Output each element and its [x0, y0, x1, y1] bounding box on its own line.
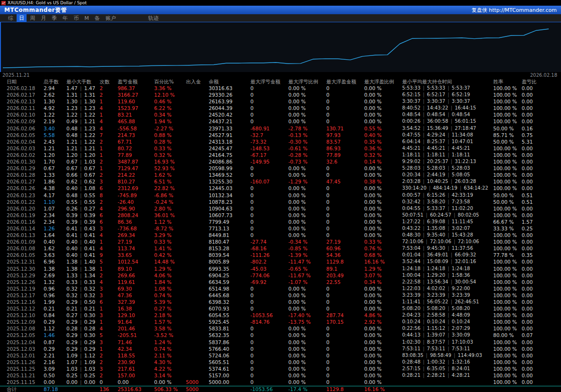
table-row[interactable]: 2026.02.055.580.48 | 1.227214.730.88 %24…	[0, 132, 561, 138]
col-percent: 0.74 %	[154, 346, 186, 352]
col-date: 2026.02.09	[7, 118, 44, 125]
table-row[interactable]: 2026.01.141.260.41 | 0.433-736.68-8.72 %…	[0, 225, 561, 232]
col-win-rate: 100.00 %	[493, 258, 522, 265]
table-row[interactable]: 2026.01.090.400.40 | 0.40127.190.33 %818…	[0, 238, 561, 245]
col-date: 2025.11.26	[7, 359, 44, 365]
column-header-15[interactable]: 盈亏比	[522, 78, 561, 85]
table-row[interactable]: 2026.02.172.621.31 | 1.3123166.2712.10 %…	[0, 91, 561, 98]
menu-item-5[interactable]: 季	[49, 14, 59, 22]
table-row[interactable]: 2026.01.234.170.48 | 0.558-745.89-6.86 %…	[0, 192, 561, 199]
table-row[interactable]: 2026.02.131.301.30 | 1.301119.600.46 %26…	[0, 98, 561, 105]
table-row[interactable]: 2026.01.221.100.55 | 0.552-26.40-0.24 %1…	[0, 199, 561, 205]
menu-item-8[interactable]: M	[82, 15, 92, 22]
col-trade-count: 1	[100, 152, 118, 158]
col-balance: 6514.98	[209, 285, 250, 292]
table-row[interactable]: 2025.12.090.290.29 | 0.29191.641.57 %592…	[0, 319, 561, 325]
vendor-link[interactable]: 复盘侠 http://MTCommander.com	[471, 7, 557, 14]
table-row[interactable]: 2025.12.261.320.33 | 0.334119.611.84 %66…	[0, 279, 561, 285]
column-header-2[interactable]: 总手数	[44, 78, 66, 85]
equity-chart[interactable]	[0, 22, 561, 72]
table-row[interactable]: 2026.01.162.340.39 | 0.39686.361.12 %779…	[0, 219, 561, 225]
column-header-6[interactable]: 百分比%	[154, 78, 186, 85]
table-row[interactable]: 2025.11.210.500.25 | 0.252157.003.14 %51…	[0, 372, 561, 379]
table-row[interactable]: 2025.12.081.120.28 | 0.284201.463.58 %58…	[0, 325, 561, 332]
table-row[interactable]: 2025.12.316.961.38 | 1.4051012.5414.48 %…	[0, 258, 561, 265]
menu-item-3[interactable]: 周	[28, 14, 37, 22]
col-balance: 20598.99	[209, 165, 250, 172]
table-row[interactable]: 2026.02.182.941.47 | 1.472986.373.36 %30…	[0, 85, 561, 91]
col-pl-ratio: 0.00	[522, 205, 561, 212]
table-row[interactable]: 2026.02.042.431.21 | 1.22267.710.28 %243…	[0, 138, 561, 145]
col-profit-loss: 3487.87	[118, 158, 154, 165]
column-header-9[interactable]: 最大浮亏金额	[250, 78, 288, 85]
menu-item-2[interactable]: 日	[17, 14, 27, 22]
col-percent: 6.51 %	[154, 178, 186, 185]
column-header-12[interactable]: 最大浮盈比例	[364, 78, 402, 85]
table-row[interactable]: 2025.12.040.870.29 | 0.29371.461.24 %583…	[0, 339, 561, 346]
column-header-10[interactable]: 最大浮亏比例	[288, 78, 326, 85]
col-max-float-loss-pct: 0.00 %	[288, 332, 326, 338]
menu-item-1[interactable]: 综	[6, 14, 16, 22]
column-header-3[interactable]: 最小大手数	[66, 78, 100, 85]
table-row[interactable]: 2026.01.053.630.40 | 0.41933.650.42 %803…	[0, 252, 561, 258]
col-max-float-loss: -814.76	[250, 319, 288, 325]
menu-item-11[interactable]: 轨迹	[146, 14, 161, 22]
col-profit-loss: 91.64	[118, 319, 154, 325]
menu-item-4[interactable]: 月	[38, 14, 48, 22]
menu-item-7[interactable]: 币	[71, 14, 81, 22]
col-max-float-profit-pct: 0.00 %	[364, 118, 402, 125]
col-pl-ratio: 0.00	[522, 272, 561, 279]
table-row[interactable]: 2026.02.031.211.21 | 1.21180.720.33 %242…	[0, 145, 561, 152]
column-header-11[interactable]: 最大浮盈金额	[326, 78, 364, 85]
table-row[interactable]: 2025.12.161.990.29 | 0.506327.395.39 %63…	[0, 299, 561, 305]
table-row[interactable]: 2025.11.150.000.00 | 0.0000.000.00 %5000…	[0, 379, 561, 385]
col-max-float-profit-pct: 0.00 %	[364, 346, 402, 352]
col-trade-count: 9	[100, 252, 118, 258]
col-percent: 0.33 %	[154, 238, 186, 245]
col-profit-loss: 269.34	[118, 232, 154, 238]
table-row[interactable]: 2026.02.101.221.22 | 1.22183.210.34 %245…	[0, 111, 561, 118]
column-header-7[interactable]: 出入金	[186, 78, 209, 85]
table-row[interactable]: 2026.02.063.400.48 | 1.234-556.58-2.27 %…	[0, 125, 561, 132]
table-row[interactable]: 2025.12.051.460.29 | 0.305-205.51-3.52 %…	[0, 332, 561, 338]
column-header-5[interactable]: 盈亏金额	[118, 78, 154, 85]
table-row[interactable]: 2025.12.170.960.32 | 0.32347.360.74 %644…	[0, 292, 561, 299]
table-row[interactable]: 2026.02.114.921.23 | 1.2341523.976.22 %2…	[0, 105, 561, 111]
table-row[interactable]: 2026.01.201.070.26 | 0.274296.902.80 %10…	[0, 205, 561, 212]
table-row[interactable]: 2026.01.281.330.66 | 0.672214.221.62 %13…	[0, 172, 561, 178]
table-row[interactable]: 2025.12.190.960.32 | 0.32369.301.08 %651…	[0, 285, 561, 292]
table-row[interactable]: 2025.11.253.091.03 | 1.033217.614.22 %53…	[0, 365, 561, 372]
table-row[interactable]: 2026.02.092.190.49 | 1.214465.881.94 %24…	[0, 118, 561, 125]
menu-item-10[interactable]: 账户	[103, 14, 119, 22]
column-header-14[interactable]: 胜率	[493, 78, 522, 85]
table-row[interactable]: 2026.01.081.620.40 | 0.414113.741.41 %81…	[0, 245, 561, 252]
column-header-13[interactable]: 最小平均最大持仓时间	[402, 78, 493, 85]
col-max-float-loss: 0	[250, 212, 288, 219]
column-header-4[interactable]: 次数	[100, 78, 118, 85]
column-header-1[interactable]: 日期	[7, 78, 44, 85]
table-row[interactable]: 2026.01.271.860.62 | 0.623810.276.51 %13…	[0, 178, 561, 185]
table-row[interactable]: 2025.12.301.381.38 | 1.38189.101.29 %699…	[0, 265, 561, 272]
menu-item-9[interactable]: 备	[92, 14, 102, 22]
table-row[interactable]: 2025.12.292.691.33 | 1.342269.664.06 %69…	[0, 272, 561, 279]
table-row[interactable]: 2025.11.262.161.07 | 1.092230.904.30 %56…	[0, 359, 561, 365]
table-row[interactable]: 2025.12.120.210.21 | 0.21116.380.27 %607…	[0, 305, 561, 312]
table-row[interactable]: 2026.01.192.340.39 | 0.3962808.2436.01 %…	[0, 212, 561, 219]
col-hold-times: 5:08:20 | 5:08:20 | 5:08:20	[402, 305, 493, 312]
table-row[interactable]: 2025.12.100.840.27 | 0.303129.102.18 %60…	[0, 312, 561, 319]
table-row[interactable]: 2026.02.021.201.20 | 1.20177.890.32 %241…	[0, 152, 561, 158]
column-header-8[interactable]: 余额	[209, 78, 250, 85]
table-row[interactable]: 2026.01.131.640.41 | 0.414269.343.29 %84…	[0, 232, 561, 238]
table-row[interactable]: 2026.01.301.700.67 | 1.0323487.8716.93 %…	[0, 158, 561, 165]
table-row[interactable]: 2026.01.290.670.67 | 0.6717129.4752.93 %…	[0, 165, 561, 172]
col-total-lots: 1.33	[44, 172, 66, 178]
table-row[interactable]: 2025.12.030.290.29 | 0.29142.340.74 %576…	[0, 346, 561, 352]
table-row[interactable]: 2025.12.012.211.09 | 1.122118.552.11 %57…	[0, 352, 561, 359]
col-total-lots: 1.22	[44, 111, 66, 118]
menu-item-6[interactable]: 年	[60, 14, 70, 22]
col-profit-loss: 7129.47	[118, 165, 154, 172]
col-pl-ratio: 0.00	[522, 365, 561, 372]
col-date: 2026.01.19	[7, 212, 44, 219]
col-max-float-loss-pct: -0.65 %	[288, 265, 326, 272]
table-row[interactable]: 2026.01.264.380.40 | 1.0862312.6922.82 %…	[0, 185, 561, 191]
